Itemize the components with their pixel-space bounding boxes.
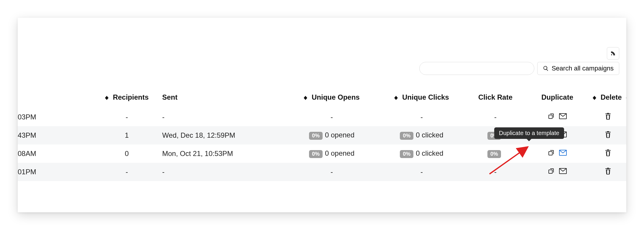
delete-icon[interactable] (605, 113, 611, 120)
duplicate-copy-icon[interactable] (548, 167, 555, 175)
opens-text: 0 opened (325, 131, 354, 139)
delete-cell (590, 163, 626, 181)
clicks-cell: 0%0 clicked (377, 144, 466, 163)
search-toolbar: Search all campaigns (419, 62, 619, 75)
clicks-cell: - (377, 108, 466, 126)
sort-icon (593, 96, 596, 100)
opens-text: 0 opened (325, 149, 354, 157)
clicks-cell: - (377, 163, 466, 181)
duplicate-template-icon[interactable] (559, 113, 567, 119)
col-unique-opens[interactable]: Unique Opens (286, 88, 377, 108)
clicks-cell: 0%0 clicked (377, 126, 466, 144)
recipients-cell: 0 (94, 144, 159, 163)
sort-icon (394, 96, 398, 100)
rate-text: - (494, 113, 497, 121)
delete-cell (590, 108, 626, 126)
sent-cell: - (159, 108, 286, 126)
opens-cell: 0%0 opened (286, 144, 377, 163)
time-cell: 43PM (18, 126, 94, 144)
percent-badge: 0% (400, 132, 413, 140)
recipients-cell: 1 (94, 126, 159, 144)
rate-cell: 0% (466, 144, 525, 163)
tooltip-duplicate-template: Duplicate to a template (494, 127, 564, 139)
opens-cell: - (286, 108, 377, 126)
table-row: 08AM0Mon, Oct 21, 10:53PM0%0 opened0%0 c… (18, 144, 626, 163)
opens-cell: 0%0 opened (286, 126, 377, 144)
sort-icon (105, 96, 109, 100)
delete-cell (590, 144, 626, 163)
rate-cell: - (466, 108, 525, 126)
clicks-text: - (420, 168, 423, 176)
table-row: 01PM----- (18, 163, 626, 181)
recipients-cell: - (94, 108, 159, 126)
rate-text: - (494, 168, 497, 176)
search-all-campaigns-button[interactable]: Search all campaigns (537, 62, 619, 75)
search-icon (543, 65, 549, 71)
col-click-rate[interactable]: Click Rate (466, 88, 525, 108)
delete-icon[interactable] (605, 167, 611, 175)
duplicate-cell (525, 144, 590, 163)
sent-cell: Wed, Dec 18, 12:59PM (159, 126, 286, 144)
time-cell: 01PM (18, 163, 94, 181)
sort-icon (304, 96, 307, 100)
opens-text: - (331, 113, 333, 121)
opens-cell: - (286, 163, 377, 181)
delete-icon[interactable] (605, 131, 611, 138)
percent-badge: 0% (309, 150, 323, 158)
sort-icon (626, 96, 626, 100)
duplicate-template-icon[interactable] (559, 168, 567, 174)
col-sent[interactable]: Sent (159, 88, 286, 108)
sent-cell: Mon, Oct 21, 10:53PM (159, 144, 286, 163)
clicks-text: - (420, 113, 423, 121)
duplicate-template-icon[interactable] (559, 150, 567, 156)
delete-cell (590, 126, 626, 144)
duplicate-copy-icon[interactable] (548, 113, 555, 120)
col-duplicate[interactable]: Duplicate (525, 88, 590, 108)
clicks-text: 0 clicked (416, 131, 443, 139)
rss-button[interactable] (607, 47, 619, 60)
table-row: 03PM----- (18, 108, 626, 126)
recipients-cell: - (94, 163, 159, 181)
duplicate-cell (525, 108, 590, 126)
campaign-table-card: Search all campaigns Recipients Sent (18, 18, 626, 212)
col-recipients[interactable]: Recipients (94, 88, 159, 108)
rss-icon (610, 50, 616, 56)
col-unique-clicks[interactable]: Unique Clicks (377, 88, 466, 108)
percent-badge: 0% (309, 132, 323, 140)
col-delete[interactable]: Delete (590, 88, 626, 108)
time-cell: 03PM (18, 108, 94, 126)
search-button-label: Search all campaigns (552, 65, 614, 72)
opens-text: - (331, 168, 333, 176)
rate-cell: - (466, 163, 525, 181)
sent-cell: - (159, 163, 286, 181)
percent-badge: 0% (487, 150, 501, 158)
clicks-text: 0 clicked (416, 149, 443, 157)
percent-badge: 0% (400, 150, 413, 158)
delete-icon[interactable] (605, 149, 611, 156)
time-cell: 08AM (18, 144, 94, 163)
duplicate-copy-icon[interactable] (548, 149, 555, 156)
duplicate-cell (525, 163, 590, 181)
search-input[interactable] (419, 62, 534, 75)
